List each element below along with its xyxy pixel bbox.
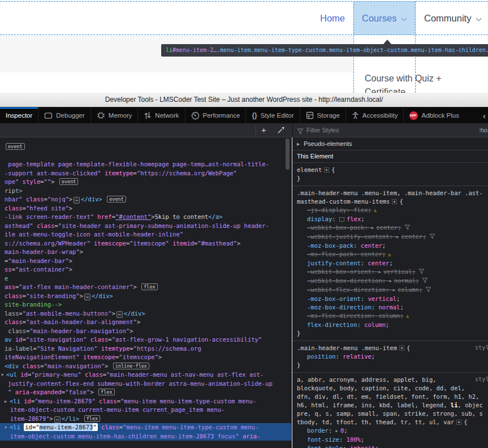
attribute-value[interactable]: "" xyxy=(44,178,51,185)
attribute-name[interactable]: class xyxy=(81,371,103,378)
tab-adblock-plus[interactable]: ABPAdblock Plus xyxy=(403,107,464,123)
id-attribute-editor[interactable]: id=" xyxy=(24,423,39,431)
attribute-name[interactable]: id xyxy=(12,336,23,343)
tag-name[interactable]: </li> xyxy=(62,415,80,422)
attribute-value[interactable]: "primary-menu" xyxy=(31,371,81,378)
css-property[interactable]: -js-display: flex;⚠ xyxy=(297,206,488,215)
attribute-name[interactable]: itemscope xyxy=(80,354,115,360)
attribute-value[interactable]: page-template page-template-flexible-hom… xyxy=(5,161,269,167)
css-property[interactable]: font-style: inherit; xyxy=(297,444,488,448)
css-property[interactable]: -ms-flex-pack: center;⚠ xyxy=(297,250,488,259)
markup-line[interactable]: class="main-header-bar-navigation"> xyxy=(0,327,291,336)
attribute-value[interactable]: asthead" xyxy=(5,222,33,229)
css-property[interactable]: border: ▶ 0; xyxy=(297,427,488,436)
markup-line[interactable]: page-template page-template-flexible-hom… xyxy=(0,160,291,169)
attribute-value[interactable]: nbar" xyxy=(5,196,23,203)
markup-line[interactable]: ▼<ul id="primary-menu" class="main-heade… xyxy=(0,371,291,380)
expander-arrow-icon[interactable]: ▶ xyxy=(336,427,340,436)
attribute-value[interactable]: "https://schema.org xyxy=(133,345,201,352)
pseudo-elements-header[interactable]: ▶Pseudo-elements xyxy=(292,137,488,150)
attribute-name[interactable]: style xyxy=(19,178,40,185)
attribute-value[interactable]: -support ast-mouse-clicked" xyxy=(5,170,101,176)
markup-line[interactable]: e xyxy=(0,274,291,283)
add-node-button[interactable]: + xyxy=(261,123,266,137)
markup-line[interactable]: item-28679">…</li> flex xyxy=(0,415,291,424)
markup-line[interactable]: ass="ast-flex main-header-container"> fl… xyxy=(0,283,291,292)
tag-name[interactable]: </div> xyxy=(92,292,113,299)
attribute-name[interactable]: aria- xyxy=(239,433,261,440)
attribute-value[interactable]: "itemscope" xyxy=(119,354,158,360)
attribute-value[interactable]: iteNavigationElement" xyxy=(5,354,80,360)
collapsed-children-badge[interactable]: … xyxy=(74,197,80,204)
markup-line[interactable]: ript> xyxy=(0,187,291,196)
css-property[interactable]: -webkit-box-pack: ▶ center; xyxy=(297,223,488,232)
badge-inlineflex[interactable]: inline-flex xyxy=(113,363,149,369)
attribute-value[interactable]: "site-branding" xyxy=(26,292,80,299)
markup-line[interactable]: asthead" class="site-header ast-primary-… xyxy=(0,222,291,231)
attribute-value[interactable]: s://schema.org/WPHeader" xyxy=(5,240,90,247)
markup-line[interactable]: ia-label="Site Navigation" itemtype="htt… xyxy=(0,344,291,354)
attribute-value[interactable]: -link screen-reader-text" xyxy=(5,213,94,220)
markup-line[interactable]: event xyxy=(0,143,291,152)
markup-line[interactable]: class="ast-main-header-bar-alignment"> xyxy=(0,318,291,327)
attribute-name[interactable]: class xyxy=(96,398,117,404)
id-attribute-editor[interactable]: " xyxy=(93,423,97,431)
eyedropper-icon[interactable] xyxy=(277,126,286,136)
attribute-name[interactable]: aria-expanded xyxy=(11,389,62,395)
tab-performance[interactable]: Performance xyxy=(185,107,246,123)
css-property[interactable]: display: flex; xyxy=(297,215,488,223)
css-selector[interactable]: a, abbr, acronym, address, applet, big, xyxy=(297,376,488,384)
css-property[interactable]: -webkit-flex-direction: ▶ column; xyxy=(297,286,488,295)
tag-name[interactable]: </a> xyxy=(208,213,222,220)
attribute-value[interactable]: "#masthead" xyxy=(197,240,237,247)
attribute-value[interactable]: "main-header-bar" xyxy=(8,257,68,264)
css-selector[interactable]: tbody, td, tfoot, th, thead, tr, tt, ul,… xyxy=(297,418,488,427)
attribute-value[interactable]: "false" xyxy=(65,389,90,395)
markup-line[interactable]: " aria-expanded="false"> flex xyxy=(0,388,291,397)
tabs-overflow-chevron-icon[interactable]: ‹ xyxy=(481,107,488,123)
selector-highlighter-icon[interactable] xyxy=(456,420,461,425)
css-property[interactable]: justify-content: center; xyxy=(297,259,488,268)
markup-line[interactable]: -support ast-mouse-clicked" itemtype="ht… xyxy=(0,169,291,178)
id-attribute-editor[interactable]: menu-item-28673 xyxy=(40,423,93,431)
css-selector[interactable]: pre, q, s, samp, small, span, strike, st… xyxy=(297,410,488,418)
attribute-value[interactable]: main-header-bar-wrap" xyxy=(5,248,80,255)
nav-item-courses[interactable]: Courses xyxy=(362,13,405,24)
attribute-name[interactable]: id xyxy=(20,398,31,404)
markup-line-selected[interactable]: item-object-custom menu-item-has-childre… xyxy=(0,432,291,441)
tab-style-editor[interactable]: {}Style Editor xyxy=(245,107,299,123)
markup-line[interactable]: lass="ast-mobile-menu-buttons">…</div> xyxy=(0,309,291,318)
attribute-value[interactable]: "main-navigation" xyxy=(44,363,105,369)
css-selector[interactable]: .main-header-menu .menu-item, .main-head… xyxy=(297,189,488,197)
attribute-value[interactable]: "main-header-bar-navigation" xyxy=(29,328,129,334)
badge-event[interactable]: event xyxy=(59,178,79,185)
markup-line[interactable]: ▶<li id="menu-item-28679" class="menu-it… xyxy=(0,397,291,406)
filter-styles-input[interactable]: Filter Styles xyxy=(306,123,339,137)
tab-storage[interactable]: Storage xyxy=(300,107,346,123)
markup-line[interactable]: iteNavigationElement" itemscope="itemsco… xyxy=(0,353,291,362)
css-property[interactable]: -moz-box-orient: vertical; xyxy=(297,295,488,303)
tag-name[interactable]: av xyxy=(5,336,12,343)
attribute-name[interactable]: href xyxy=(94,213,112,220)
attribute-value[interactable]: item-object-custom current-menu-item cur… xyxy=(10,406,224,413)
css-selector[interactable]: dfn, div, dl, dt, em, fieldset, font, fo… xyxy=(297,393,488,401)
attribute-value[interactable]: "ast-container" xyxy=(15,266,69,273)
expand-arrow-icon[interactable]: ▼ xyxy=(5,424,10,432)
attribute-name[interactable]: class xyxy=(19,363,40,369)
css-property[interactable]: -moz-box-pack: center; xyxy=(297,242,488,250)
markup-scrollbar-thumb[interactable] xyxy=(286,139,290,170)
attribute-value[interactable]: "ast-flex-grow-1 navigation-accessibilit… xyxy=(112,336,262,343)
nav-item-home[interactable]: Home xyxy=(320,13,345,24)
markup-line[interactable]: class="hfeed site"> xyxy=(0,204,291,213)
markup-line[interactable]: ile ast-menu-toggle-icon ast-mobile-head… xyxy=(0,230,291,239)
expand-arrow-icon[interactable]: ▶ xyxy=(5,398,10,406)
badge-flex[interactable]: flex xyxy=(141,283,157,290)
tag-name[interactable]: <ul xyxy=(6,371,17,378)
css-property[interactable]: -ms-flex-direction: column;⚠ xyxy=(297,312,488,321)
css-selector[interactable]: element{ xyxy=(297,166,488,174)
css-property[interactable]: -webkit-justify-content: ▶ center; xyxy=(297,232,488,242)
attribute-value[interactable]: "ast-mobile-menu-buttons" xyxy=(23,310,112,317)
tag-name[interactable]: <li xyxy=(10,398,20,404)
attribute-value[interactable]: "site-header ast-primary-submenu-animati… xyxy=(58,222,269,229)
dropdown-item-course-quiz-line1[interactable]: Course with Quiz + xyxy=(365,74,442,84)
